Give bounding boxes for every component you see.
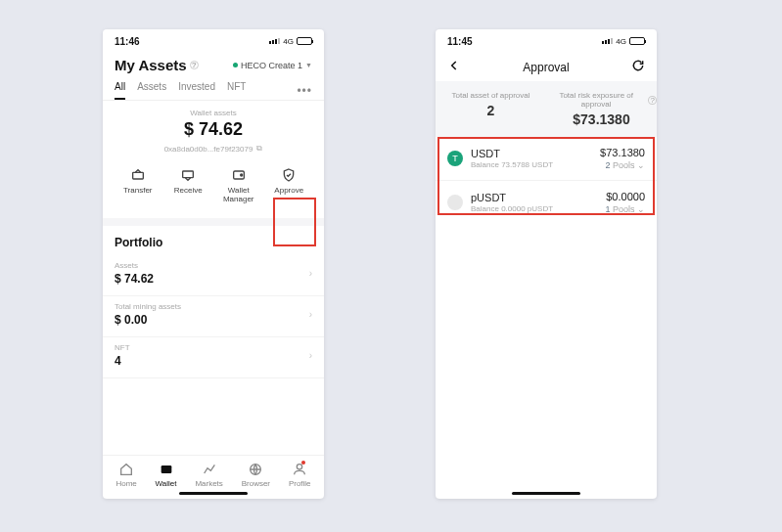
pusdt-icon <box>447 195 463 210</box>
assets-label: Assets <box>115 261 154 270</box>
tabs-row: All Assets Invested NFT ••• <box>103 75 324 101</box>
home-indicator <box>179 492 248 495</box>
wallet-summary: Wallet assets $ 74.62 0xa8da0d0b...fe79f… <box>103 101 324 159</box>
section-gap <box>103 218 324 226</box>
wallet-address: 0xa8da0d0b...fe79f23079 <box>164 145 253 154</box>
mining-value: $ 0.00 <box>115 313 181 327</box>
signal-icon <box>269 38 280 44</box>
notification-dot <box>301 461 305 465</box>
wallet-manager-button[interactable]: Wallet Manager <box>217 167 260 204</box>
token-row-pusdt[interactable]: pUSDT Balance 0.0000 pUSDT $0.0000 1 Poo… <box>436 180 657 224</box>
summary-risk-value: $73.1380 <box>546 111 657 127</box>
status-bar: 11:45 4G <box>436 29 657 53</box>
token-value: $73.1380 <box>600 147 645 158</box>
token-balance: Balance 73.5788 USDT <box>471 160 553 169</box>
portfolio-title: Portfolio <box>103 226 324 255</box>
nav-bar: Approval <box>436 53 657 81</box>
summary-count-value: 2 <box>436 103 546 118</box>
network-selector[interactable]: HECO Create 1 ▼ <box>233 61 312 70</box>
token-balance: Balance 0.0000 pUSDT <box>471 204 553 213</box>
transfer-button[interactable]: Transfer <box>116 167 160 204</box>
chevron-down-icon: ▼ <box>305 62 312 68</box>
nft-label: NFT <box>115 343 130 352</box>
info-icon[interactable]: ? <box>190 61 199 69</box>
nav-browser[interactable]: Browser <box>242 462 270 488</box>
status-bar: 11:46 4G <box>103 29 324 53</box>
mining-label: Total mining assets <box>115 302 181 311</box>
svg-rect-1 <box>183 171 194 178</box>
browser-icon <box>248 462 263 477</box>
battery-icon <box>629 37 645 45</box>
tab-invested[interactable]: Invested <box>178 81 215 100</box>
status-time: 11:45 <box>447 36 473 47</box>
network-type: 4G <box>616 37 626 46</box>
receive-icon <box>180 167 196 183</box>
svg-rect-0 <box>132 172 143 179</box>
token-pools: 1 Pools ⌄ <box>605 204 645 214</box>
token-name: pUSDT <box>471 192 553 203</box>
token-value: $0.0000 <box>605 191 645 202</box>
bottom-nav: Home Wallet Markets Browser Profile <box>103 455 324 490</box>
network-name: HECO Create 1 <box>241 61 302 70</box>
svg-point-3 <box>240 174 242 176</box>
phone-my-assets: 11:46 4G My Assets ? HECO Create 1 ▼ All… <box>103 29 324 499</box>
shield-icon <box>281 167 297 183</box>
page-title: My Assets ? <box>115 57 199 73</box>
back-button[interactable] <box>447 59 461 75</box>
action-row: Transfer Receive Wallet Manager Approve <box>103 159 324 218</box>
network-type: 4G <box>283 37 294 46</box>
page-title: Approval <box>523 61 569 74</box>
portfolio-mining-row[interactable]: Total mining assets $ 0.00 › <box>103 296 324 337</box>
wallet-icon <box>231 167 247 183</box>
chevron-down-icon: ⌄ <box>637 204 645 214</box>
wallet-balance: $ 74.62 <box>103 119 324 140</box>
copy-icon[interactable]: ⧉ <box>256 144 262 154</box>
summary-risk-label: Total risk exposure of approval <box>546 91 646 109</box>
approval-summary: Total asset of approval 2 Total risk exp… <box>436 81 657 137</box>
home-indicator <box>512 492 580 495</box>
tab-assets[interactable]: Assets <box>137 81 166 100</box>
svg-point-6 <box>298 465 302 469</box>
status-right: 4G <box>602 37 645 46</box>
assets-value: $ 74.62 <box>115 272 154 286</box>
nft-value: 4 <box>115 354 130 368</box>
chevron-down-icon: ⌄ <box>637 160 645 170</box>
token-list: T USDT Balance 73.5788 USDT $73.1380 2 P… <box>436 137 657 224</box>
receive-button[interactable]: Receive <box>166 167 209 204</box>
tab-nft[interactable]: NFT <box>227 81 246 100</box>
status-right: 4G <box>269 37 312 46</box>
markets-icon <box>202 462 217 477</box>
nav-profile[interactable]: Profile <box>289 462 311 488</box>
info-icon[interactable]: ? <box>648 96 657 105</box>
tab-all[interactable]: All <box>115 81 125 100</box>
chevron-right-icon: › <box>309 309 312 320</box>
summary-count-label: Total asset of approval <box>436 91 546 100</box>
wallet-assets-label: Wallet assets <box>103 109 324 117</box>
title-row: My Assets ? HECO Create 1 ▼ <box>103 53 324 75</box>
portfolio-nft-row[interactable]: NFT 4 › <box>103 337 324 378</box>
refresh-button[interactable] <box>631 59 645 75</box>
home-icon <box>118 462 134 477</box>
wallet-nav-icon <box>159 462 174 477</box>
svg-rect-4 <box>161 466 171 473</box>
token-pools: 2 Pools ⌄ <box>600 160 645 170</box>
transfer-icon <box>130 167 146 183</box>
token-name: USDT <box>471 148 553 159</box>
nav-markets[interactable]: Markets <box>195 462 222 488</box>
profile-icon <box>292 462 307 477</box>
signal-icon <box>602 38 613 44</box>
token-row-usdt[interactable]: T USDT Balance 73.5788 USDT $73.1380 2 P… <box>436 137 657 180</box>
status-time: 11:46 <box>115 36 140 47</box>
battery-icon <box>297 37 312 45</box>
summary-count: Total asset of approval 2 <box>436 91 546 127</box>
nav-home[interactable]: Home <box>115 462 136 488</box>
chevron-right-icon: › <box>309 350 312 361</box>
more-icon[interactable]: ••• <box>297 84 312 98</box>
nav-wallet[interactable]: Wallet <box>156 462 177 488</box>
network-status-dot <box>233 63 238 67</box>
chevron-right-icon: › <box>309 268 312 279</box>
portfolio-assets-row[interactable]: Assets $ 74.62 › <box>103 255 324 296</box>
phone-approval: 11:45 4G Approval Total asset of approva… <box>436 29 657 499</box>
approve-button[interactable]: Approve <box>267 167 310 204</box>
usdt-icon: T <box>447 151 463 166</box>
